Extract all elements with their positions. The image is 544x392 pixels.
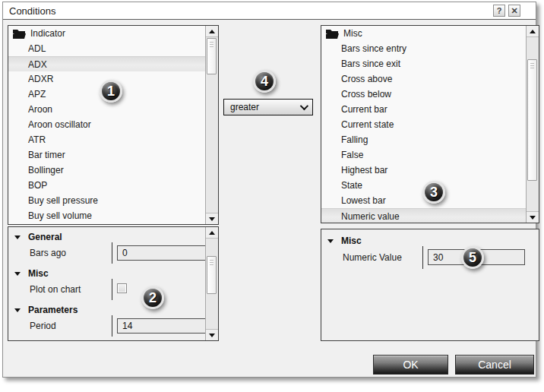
indicator-list-scrollbar[interactable] bbox=[205, 26, 218, 224]
list-item[interactable]: Bars since entry bbox=[321, 41, 526, 56]
scroll-up-button[interactable] bbox=[206, 227, 218, 239]
section-title: Misc bbox=[341, 236, 362, 246]
list-item[interactable]: False bbox=[321, 147, 526, 163]
numeric-value-input[interactable] bbox=[428, 249, 525, 265]
section-header-misc[interactable]: Misc bbox=[8, 267, 218, 280]
scroll-down-button[interactable] bbox=[527, 211, 539, 223]
condition-list: Misc Bars since entry Bars since exit Cr… bbox=[321, 25, 539, 223]
ok-button[interactable]: OK bbox=[373, 355, 448, 375]
list-item-label: Cross below bbox=[341, 89, 391, 100]
list-item-label: Cross above bbox=[341, 74, 392, 84]
list-item-label: Highest bar bbox=[341, 165, 387, 175]
list-item[interactable]: State bbox=[321, 178, 526, 193]
close-icon: ✕ bbox=[511, 6, 517, 15]
list-item[interactable]: BOP bbox=[8, 178, 205, 193]
collapse-triangle-icon bbox=[14, 272, 21, 276]
section-header-misc-value[interactable]: Misc bbox=[321, 234, 539, 248]
scrollbar-thumb[interactable] bbox=[207, 38, 217, 74]
list-item[interactable]: Bars since exit bbox=[321, 56, 526, 71]
collapse-triangle-icon bbox=[14, 308, 21, 312]
list-item[interactable]: ADXR bbox=[8, 71, 205, 87]
list-item-label: Falling bbox=[341, 134, 368, 145]
list-item-label: ADL bbox=[28, 43, 46, 54]
folder-icon bbox=[13, 29, 26, 39]
section-title: Misc bbox=[28, 268, 49, 279]
operator-dropdown[interactable]: greater bbox=[223, 99, 313, 115]
folder-label: Misc bbox=[343, 28, 362, 39]
help-icon: ? bbox=[497, 6, 502, 15]
list-item-label: APZ bbox=[28, 89, 46, 100]
condition-list-scrollbar[interactable] bbox=[526, 26, 539, 223]
scroll-up-icon bbox=[530, 30, 536, 33]
callout-badge-4: 4 bbox=[253, 70, 276, 93]
condition-folder-row[interactable]: Misc bbox=[321, 26, 526, 41]
list-item[interactable]: Buy sell pressure bbox=[8, 193, 205, 208]
list-item-label: Current state bbox=[341, 119, 394, 130]
help-button[interactable]: ? bbox=[493, 5, 505, 17]
scroll-up-icon bbox=[209, 231, 215, 235]
folder-label: Indicator bbox=[30, 28, 65, 39]
indicator-folder-row[interactable]: Indicator bbox=[8, 26, 205, 41]
folder-icon bbox=[326, 29, 339, 39]
list-item-label: ADXR bbox=[28, 74, 53, 84]
scroll-down-icon bbox=[209, 334, 215, 337]
divider bbox=[422, 246, 423, 269]
list-item-label: ATR bbox=[28, 134, 46, 145]
section-header-parameters[interactable]: Parameters bbox=[8, 303, 218, 317]
collapse-triangle-icon bbox=[14, 236, 21, 239]
bars-ago-input[interactable] bbox=[117, 245, 207, 261]
scrollbar-thumb[interactable] bbox=[207, 256, 217, 294]
list-item[interactable]: Bar timer bbox=[8, 147, 205, 163]
cancel-button[interactable]: Cancel bbox=[455, 355, 534, 375]
scrollbar-thumb[interactable] bbox=[527, 59, 537, 181]
value-properties-panel: Misc Numeric Value bbox=[321, 229, 539, 341]
list-item[interactable]: Lowest bar bbox=[321, 193, 526, 208]
list-item[interactable]: Cross above bbox=[321, 71, 526, 87]
list-item-label: Bars since exit bbox=[341, 58, 400, 69]
close-button[interactable]: ✕ bbox=[508, 5, 520, 17]
period-input[interactable] bbox=[117, 318, 207, 334]
title-bar: Conditions ? ✕ bbox=[3, 2, 536, 20]
scroll-down-button[interactable] bbox=[206, 329, 218, 340]
list-item-label: Numeric value bbox=[341, 211, 400, 222]
indicator-properties-panel: General Bars ago Misc Plot on chart Para… bbox=[8, 226, 219, 341]
list-item-selected[interactable]: Numeric value bbox=[321, 208, 526, 223]
list-item[interactable]: Falling bbox=[321, 132, 526, 147]
plot-on-chart-checkbox[interactable] bbox=[117, 283, 127, 293]
list-item-label: State bbox=[341, 180, 362, 191]
scroll-up-button[interactable] bbox=[527, 26, 539, 37]
scroll-up-button[interactable] bbox=[206, 26, 218, 37]
list-item[interactable]: APZ bbox=[8, 87, 205, 102]
list-item[interactable]: Aroon bbox=[8, 102, 205, 117]
list-item-label: Buy sell volume bbox=[28, 210, 92, 221]
plot-on-chart-label: Plot on chart bbox=[30, 284, 81, 295]
list-item-label: Bollinger bbox=[28, 165, 64, 175]
bars-ago-label: Bars ago bbox=[30, 248, 66, 258]
list-item[interactable]: Buy sell volume bbox=[8, 208, 205, 223]
list-item[interactable]: Cross below bbox=[321, 87, 526, 102]
list-item[interactable]: Highest bar bbox=[321, 163, 526, 178]
divider bbox=[112, 242, 112, 264]
list-item-label: ADX bbox=[28, 59, 47, 70]
list-item-label: Bars since entry bbox=[341, 43, 406, 54]
list-item[interactable]: Aroon oscillator bbox=[8, 117, 205, 132]
list-item[interactable]: ATR bbox=[8, 132, 205, 147]
dialog-title: Conditions bbox=[3, 5, 55, 17]
properties-scrollbar[interactable] bbox=[205, 227, 218, 340]
list-item-label: Lowest bar bbox=[341, 195, 386, 206]
collapse-triangle-icon bbox=[327, 239, 334, 243]
list-item-label: Current bar bbox=[341, 104, 387, 115]
section-header-general[interactable]: General bbox=[8, 230, 218, 244]
list-item[interactable]: Current state bbox=[321, 117, 526, 132]
scroll-up-icon bbox=[209, 30, 215, 33]
section-title: General bbox=[28, 232, 62, 242]
list-item[interactable]: Current bar bbox=[321, 102, 526, 117]
scroll-down-icon bbox=[209, 217, 215, 221]
list-item[interactable]: ADL bbox=[8, 41, 205, 56]
scroll-down-button[interactable] bbox=[206, 213, 218, 224]
list-item-label: Aroon bbox=[28, 104, 52, 115]
list-item[interactable]: Bollinger bbox=[8, 163, 205, 178]
condition-list-rows: Misc Bars since entry Bars since exit Cr… bbox=[321, 26, 526, 223]
conditions-dialog: Conditions ? ✕ Indicator ADL ADX ADXR AP… bbox=[2, 2, 536, 378]
list-item-selected[interactable]: ADX bbox=[8, 56, 205, 71]
